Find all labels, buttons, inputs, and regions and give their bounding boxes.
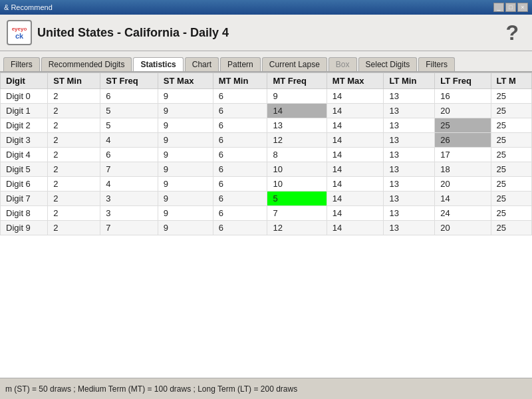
col-mt-freq: MT Freq — [267, 73, 327, 89]
table-cell: Digit 9 — [1, 221, 48, 235]
table-cell: 12 — [267, 133, 327, 148]
statistics-table: Digit ST Min ST Freq ST Max MT Min MT Fr… — [0, 72, 532, 235]
table-cell: 8 — [267, 148, 327, 162]
table-cell: Digit 7 — [1, 192, 48, 206]
table-cell: 25 — [491, 221, 531, 235]
col-mt-min: MT Min — [213, 73, 267, 89]
col-lt-freq: LT Freq — [435, 73, 491, 89]
table-row: Digit 82396714132425 — [1, 206, 532, 221]
table-cell: 9 — [158, 221, 213, 235]
table-cell: 14 — [327, 177, 384, 192]
col-lt-m: LT M — [491, 73, 531, 89]
tab-recommended-digits[interactable]: Recommended Digits — [41, 57, 132, 71]
table-cell: 13 — [384, 148, 435, 162]
table-cell: 14 — [267, 104, 327, 118]
table-cell: 3 — [100, 206, 158, 221]
table-cell: 5 — [100, 118, 158, 133]
tab-statistics[interactable]: Statistics — [133, 57, 183, 71]
maximize-button[interactable]: □ — [505, 3, 516, 12]
table-row: Digit 02696914131625 — [1, 89, 532, 104]
table-cell: 20 — [435, 221, 491, 235]
col-mt-max: MT Max — [327, 73, 384, 89]
table-cell: Digit 3 — [1, 133, 48, 148]
table-cell: 25 — [491, 118, 531, 133]
tab-filters[interactable]: Filters — [3, 57, 40, 71]
table-cell: 24 — [435, 206, 491, 221]
tab-current-lapse[interactable]: Current Lapse — [262, 57, 327, 71]
table-cell: 7 — [267, 206, 327, 221]
table-cell: 14 — [327, 118, 384, 133]
col-st-freq: ST Freq — [100, 73, 158, 89]
table-row: Digit 42696814131725 — [1, 148, 532, 162]
table-cell: 13 — [384, 118, 435, 133]
table-cell: 14 — [327, 162, 384, 177]
logo-top: eyeyo — [12, 26, 27, 32]
table-cell: 6 — [213, 148, 267, 162]
table-cell: 6 — [213, 89, 267, 104]
table-cell: 25 — [435, 118, 491, 133]
table-cell: 4 — [100, 177, 158, 192]
tab-filters2[interactable]: Filters — [418, 57, 455, 71]
table-cell: 13 — [384, 162, 435, 177]
content-area: Digit ST Min ST Freq ST Max MT Min MT Fr… — [0, 72, 532, 378]
table-cell: 6 — [213, 206, 267, 221]
table-cell: 6 — [100, 148, 158, 162]
table-cell: 14 — [327, 133, 384, 148]
table-cell: 2 — [48, 133, 100, 148]
table-row: Digit 527961014131825 — [1, 162, 532, 177]
table-cell: 9 — [158, 148, 213, 162]
table-cell: 25 — [491, 206, 531, 221]
table-cell: 9 — [158, 177, 213, 192]
table-cell: 2 — [48, 89, 100, 104]
table-cell: 14 — [327, 192, 384, 206]
table-cell: 6 — [213, 177, 267, 192]
table-cell: 7 — [100, 162, 158, 177]
header-area: eyeyo ck United States - California - Da… — [0, 15, 532, 51]
title-bar-controls: _ □ × — [493, 3, 528, 12]
app-title: United States - California - Daily 4 — [37, 26, 229, 40]
tab-chart[interactable]: Chart — [185, 57, 219, 71]
table-cell: 14 — [435, 192, 491, 206]
tab-box: Box — [329, 57, 357, 71]
table-row: Digit 72396514131425 — [1, 192, 532, 206]
table-row: Digit 927961214132025 — [1, 221, 532, 235]
table-cell: 18 — [435, 162, 491, 177]
table-cell: 2 — [48, 221, 100, 235]
tab-select-digits[interactable]: Select Digits — [358, 57, 418, 71]
table-cell: 6 — [213, 104, 267, 118]
col-digit: Digit — [1, 73, 48, 89]
tab-pattern[interactable]: Pattern — [220, 57, 261, 71]
minimize-button[interactable]: _ — [493, 3, 504, 12]
table-cell: Digit 0 — [1, 89, 48, 104]
table-cell: 25 — [491, 104, 531, 118]
table-cell: 9 — [158, 206, 213, 221]
table-cell: 13 — [384, 89, 435, 104]
table-row: Digit 624961014132025 — [1, 177, 532, 192]
table-cell: Digit 2 — [1, 118, 48, 133]
table-cell: Digit 6 — [1, 177, 48, 192]
logo-bottom: ck — [15, 32, 23, 40]
table-cell: 20 — [435, 177, 491, 192]
table-cell: 14 — [327, 104, 384, 118]
table-cell: 6 — [213, 192, 267, 206]
table-cell: 2 — [48, 206, 100, 221]
table-cell: 10 — [267, 162, 327, 177]
table-cell: 25 — [491, 192, 531, 206]
table-cell: 13 — [384, 206, 435, 221]
table-cell: Digit 8 — [1, 206, 48, 221]
table-cell: 12 — [267, 221, 327, 235]
table-cell: 3 — [100, 192, 158, 206]
table-cell: 7 — [100, 221, 158, 235]
table-cell: 25 — [491, 177, 531, 192]
table-cell: 9 — [158, 89, 213, 104]
table-cell: 6 — [213, 162, 267, 177]
table-cell: 2 — [48, 148, 100, 162]
table-cell: 9 — [158, 118, 213, 133]
table-cell: 25 — [491, 162, 531, 177]
close-button[interactable]: × — [517, 3, 528, 12]
help-button[interactable]: ? — [505, 21, 525, 45]
table-cell: 16 — [435, 89, 491, 104]
table-row: Digit 125961414132025 — [1, 104, 532, 118]
table-cell: 14 — [327, 148, 384, 162]
table-cell: 9 — [267, 89, 327, 104]
